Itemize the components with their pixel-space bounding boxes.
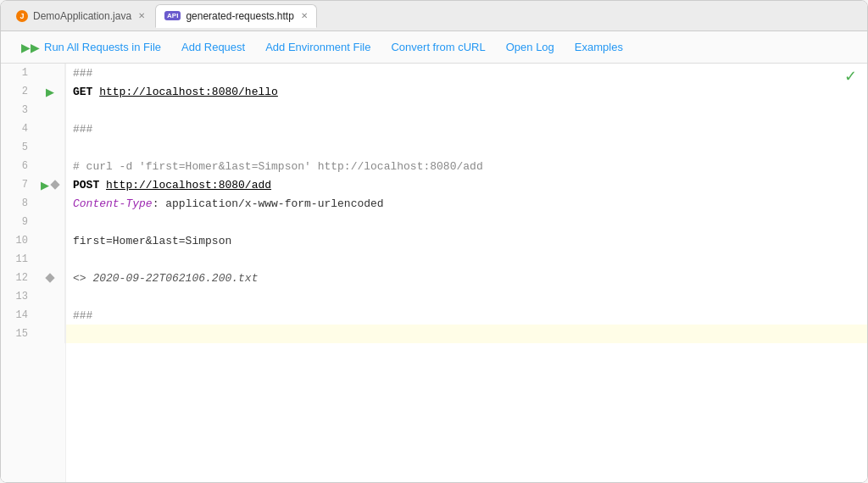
code-line-3	[66, 101, 867, 119]
add-env-label: Add Environment File	[265, 41, 370, 53]
separator-1: ###	[73, 67, 92, 80]
run-post-icon[interactable]: ▶	[41, 179, 49, 192]
curl-comment: # curl -d 'first=Homer&last=Simpson' htt…	[73, 160, 483, 173]
response-file: <> 2020-09-22T062106.200.txt	[73, 272, 258, 285]
open-log-label: Open Log	[506, 41, 554, 53]
code-line-2: GET http://localhost:8080/hello	[66, 82, 867, 101]
run-all-icon: ▶▶	[21, 41, 40, 54]
gutter-9	[35, 213, 64, 231]
gutter-run-2[interactable]: ▶	[35, 82, 64, 101]
code-line-11	[66, 250, 867, 269]
code-line-6: # curl -d 'first=Homer&last=Simpson' htt…	[66, 157, 867, 175]
line-num-14: 14	[1, 306, 35, 325]
line-num-10: 10	[1, 231, 35, 250]
separator-14: ###	[73, 309, 92, 322]
gutter-diamond-12[interactable]	[35, 269, 64, 287]
gutter-5	[35, 138, 64, 157]
api-icon: API	[164, 11, 181, 20]
run-all-button[interactable]: ▶▶ Run All Requests in File	[11, 36, 171, 58]
gutter-6	[35, 157, 64, 175]
response-diamond-icon	[45, 273, 54, 282]
gutter-14	[35, 306, 64, 325]
gutter-area: ▶ ▶	[35, 64, 65, 343]
gutter-13	[35, 287, 64, 306]
examples-label: Examples	[575, 41, 623, 53]
gutter-15	[35, 325, 64, 343]
line-num-9: 9	[1, 213, 35, 231]
gutter-4	[35, 119, 64, 138]
editor-padding	[66, 343, 867, 482]
line-num-3: 3	[1, 101, 35, 119]
tab-java-label: DemoApplication.java	[33, 10, 131, 22]
checkmark-area: ✓	[844, 67, 857, 86]
code-line-8: Content-Type: application/x-www-form-url…	[66, 194, 867, 213]
separator-4: ###	[73, 123, 92, 136]
convert-curl-button[interactable]: Convert from cURL	[381, 36, 495, 58]
code-line-9	[66, 213, 867, 231]
code-line-14: ###	[66, 306, 867, 325]
diamond-icon	[50, 180, 59, 189]
gutter-10	[35, 231, 64, 250]
line-gutter-area: 1 2 3 4 5 6 7 8 9 10 11 12 13 14	[1, 64, 66, 482]
gutter-11	[35, 250, 64, 269]
gutter-run-7[interactable]: ▶	[35, 175, 64, 194]
line-num-8: 8	[1, 194, 35, 213]
header-colon: : application/x-www-form-urlencoded	[153, 197, 384, 210]
open-log-button[interactable]: Open Log	[496, 36, 565, 58]
code-line-15	[66, 325, 867, 343]
code-line-12: <> 2020-09-22T062106.200.txt	[66, 269, 867, 287]
line-num-4: 4	[1, 119, 35, 138]
tab-http[interactable]: API generated-requests.http ✕	[155, 4, 317, 28]
line-num-7: 7	[1, 175, 35, 194]
code-line-4: ###	[66, 119, 867, 138]
java-icon: J	[16, 10, 28, 22]
gutter-8	[35, 194, 64, 213]
checkmark-icon: ✓	[844, 68, 857, 85]
url-post: http://localhost:8080/add	[106, 179, 271, 192]
editor: 1 2 3 4 5 6 7 8 9 10 11 12 13 14	[1, 64, 867, 482]
add-request-label: Add Request	[181, 41, 245, 53]
code-line-1: ###	[66, 64, 867, 82]
method-get: GET	[73, 86, 99, 98]
code-lines: ### GET http://localhost:8080/hello ### …	[66, 64, 867, 482]
main-window: J DemoApplication.java ✕ API generated-r…	[0, 0, 868, 483]
code-line-10: first=Homer&last=Simpson	[66, 231, 867, 250]
code-line-7: POST http://localhost:8080/add	[66, 175, 867, 194]
convert-curl-label: Convert from cURL	[391, 41, 485, 53]
code-content[interactable]: ### GET http://localhost:8080/hello ### …	[66, 64, 867, 482]
gutter-3	[35, 101, 64, 119]
tab-java[interactable]: J DemoApplication.java ✕	[8, 4, 153, 28]
url-get: http://localhost:8080/hello	[99, 86, 278, 98]
line-num-12: 12	[1, 269, 35, 287]
line-num-6: 6	[1, 157, 35, 175]
line-num-1: 1	[1, 64, 35, 82]
line-num-5: 5	[1, 138, 35, 157]
method-post: POST	[73, 179, 106, 192]
toolbar: ▶▶ Run All Requests in File Add Request …	[1, 31, 867, 64]
tab-java-close[interactable]: ✕	[138, 11, 145, 20]
add-request-button[interactable]: Add Request	[171, 36, 255, 58]
gutter-1	[35, 64, 64, 82]
line-numbers: 1 2 3 4 5 6 7 8 9 10 11 12 13 14	[1, 64, 35, 343]
tab-http-close[interactable]: ✕	[301, 11, 308, 20]
header-name: Content-Type	[73, 197, 153, 210]
line-num-2: 2	[1, 82, 35, 101]
run-all-label: Run All Requests in File	[44, 41, 161, 53]
code-line-5	[66, 138, 867, 157]
line-num-15: 15	[1, 325, 35, 343]
tab-http-label: generated-requests.http	[186, 10, 293, 22]
body-content: first=Homer&last=Simpson	[73, 235, 231, 247]
examples-button[interactable]: Examples	[565, 36, 633, 58]
add-env-file-button[interactable]: Add Environment File	[255, 36, 381, 58]
line-num-11: 11	[1, 250, 35, 269]
code-line-13	[66, 287, 867, 306]
line-num-13: 13	[1, 287, 35, 306]
tab-bar: J DemoApplication.java ✕ API generated-r…	[1, 1, 867, 31]
